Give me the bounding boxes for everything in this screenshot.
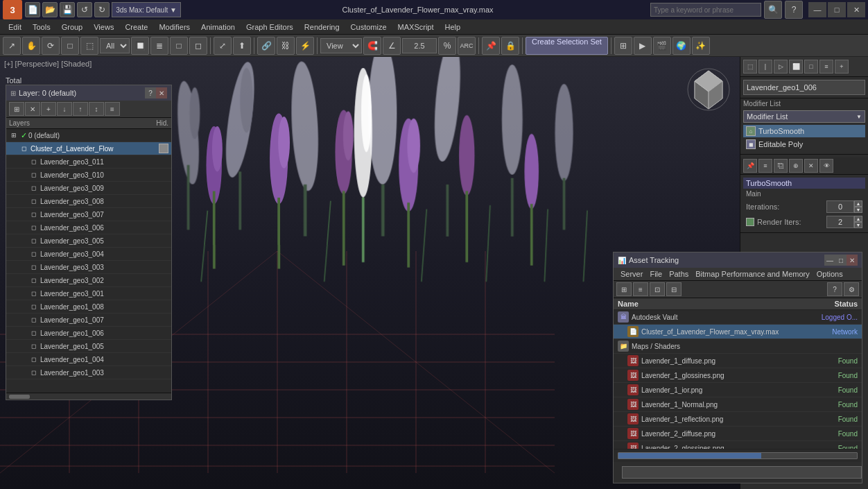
- iterations-spinner[interactable]: ▲ ▼: [854, 200, 862, 213]
- new-btn[interactable]: 📄: [25, 2, 40, 17]
- help-btn[interactable]: ?: [785, 1, 803, 19]
- layer-settings-btn[interactable]: ≡: [105, 102, 120, 116]
- list-item[interactable]: ◻ Lavender_geo1_007: [6, 314, 171, 327]
- select-name-btn[interactable]: ≣: [150, 37, 168, 55]
- modifier-dropdown[interactable]: Modifier List: [743, 110, 865, 123]
- menu-modifiers[interactable]: Modifiers: [153, 22, 196, 33]
- menu-rendering[interactable]: Rendering: [299, 22, 345, 33]
- percent-btn[interactable]: %: [438, 37, 456, 55]
- link-btn[interactable]: 🔗: [257, 37, 275, 55]
- list-item[interactable]: ◻ Lavender_geo1_005: [6, 340, 171, 353]
- list-item[interactable]: ◻ Lavender_geo3_011: [6, 155, 171, 169]
- mod-copy-btn[interactable]: ⿻: [774, 159, 788, 173]
- asset-path-input[interactable]: [622, 466, 862, 479]
- list-item[interactable]: ◻ Lavender_geo3_004: [6, 248, 171, 261]
- layer-list[interactable]: ⊞ ✓ 0 (default) ◻ Cluster_of_Lavender_Fl…: [6, 129, 171, 393]
- open-btn[interactable]: 📂: [42, 2, 58, 17]
- asset-maximize-btn[interactable]: □: [835, 255, 847, 266]
- asset-list[interactable]: 🏛 Autodesk Vault Logged O... 📄 Cluster_o…: [614, 310, 862, 449]
- save-btn[interactable]: 💾: [60, 2, 75, 17]
- snap-btn[interactable]: 🧲: [363, 37, 381, 55]
- menu-graph-editors[interactable]: Graph Editors: [241, 22, 299, 33]
- layer-scrollbar[interactable]: [6, 393, 171, 400]
- asset-tool-4[interactable]: ⊟: [666, 282, 682, 296]
- unlink-btn[interactable]: ⛓: [277, 37, 295, 55]
- pin-btn[interactable]: 📌: [482, 37, 500, 55]
- menu-group[interactable]: Group: [56, 22, 89, 33]
- render-iters-input[interactable]: [826, 216, 854, 228]
- list-item[interactable]: ◻ Lavender_geo3_002: [6, 274, 171, 287]
- modifier-icon-4[interactable]: ⬜: [789, 60, 803, 74]
- list-item[interactable]: ◻ Lavender_geo3_006: [6, 221, 171, 234]
- render-iters-checkbox[interactable]: [746, 218, 754, 226]
- list-item[interactable]: ◻ Lavender_geo3_007: [6, 208, 171, 221]
- lock-btn[interactable]: 🔒: [501, 37, 519, 55]
- render-frame-btn[interactable]: 🎬: [653, 37, 671, 55]
- modifier-icon-2[interactable]: |: [758, 60, 772, 74]
- list-item[interactable]: ◻ Lavender_geo3_005: [6, 234, 171, 248]
- select-btn[interactable]: ↗: [3, 37, 21, 55]
- list-item[interactable]: 🖼 Lavender_1_reflection.png Found: [614, 412, 862, 427]
- modifier-icon-5[interactable]: □: [804, 60, 818, 74]
- layer-help-btn[interactable]: ?: [145, 87, 156, 98]
- turbosmooth-header[interactable]: TurboSmooth: [743, 178, 865, 189]
- menu-maxscript[interactable]: MAXScript: [392, 22, 440, 33]
- list-item[interactable]: ◻ Lavender_geo1_006: [6, 327, 171, 340]
- layer-up-btn[interactable]: ↑: [73, 102, 88, 116]
- bind-btn[interactable]: ⚡: [296, 37, 314, 55]
- layer-scroll-thumb[interactable]: [9, 395, 30, 399]
- list-item[interactable]: ◻ Lavender_geo3_001: [6, 287, 171, 300]
- align-btn[interactable]: ⬆: [233, 37, 251, 55]
- list-item[interactable]: ◻ Lavender_geo3_008: [6, 195, 171, 208]
- list-item[interactable]: 🏛 Autodesk Vault Logged O...: [614, 310, 862, 325]
- render-setup-btn[interactable]: ⊞: [614, 37, 632, 55]
- list-item[interactable]: ◻ Lavender_geo3_010: [6, 169, 171, 182]
- zoom-input[interactable]: [402, 38, 437, 53]
- list-item[interactable]: ◻ Lavender_geo1_003: [6, 366, 171, 379]
- angle-snap-btn[interactable]: ∠: [383, 37, 401, 55]
- list-item[interactable]: 🖼 Lavender_1_Normal.png Found: [614, 397, 862, 412]
- nav-cube[interactable]: [684, 64, 733, 112]
- workspace-selector[interactable]: 3ds Max: Default ▼: [112, 2, 181, 17]
- asset-help-btn[interactable]: ?: [827, 282, 842, 296]
- list-item[interactable]: 📁 Maps / Shaders: [614, 339, 862, 354]
- mod-config-btn[interactable]: ≡: [758, 159, 772, 173]
- asset-menu-paths[interactable]: Paths: [666, 269, 691, 279]
- rotate-btn[interactable]: ⟳: [42, 37, 60, 55]
- modifier-icon-3[interactable]: ▷: [774, 60, 788, 74]
- search-btn[interactable]: 🔍: [764, 1, 782, 19]
- undo-btn[interactable]: ↺: [77, 2, 92, 17]
- layer-close-btn[interactable]: ✕: [156, 87, 167, 98]
- asset-tool-1[interactable]: ⊞: [616, 282, 632, 296]
- asset-settings-btn[interactable]: ⚙: [844, 282, 859, 296]
- search-input[interactable]: [650, 3, 761, 17]
- asset-tool-3[interactable]: ⊡: [650, 282, 665, 296]
- asset-menu-bitmap-perf[interactable]: Bitmap Performance and Memory: [693, 269, 812, 279]
- modifier-entry-editablepoly[interactable]: ◼ Editable Poly: [743, 138, 865, 151]
- mirror-btn[interactable]: ⤢: [214, 37, 232, 55]
- close-btn[interactable]: ✕: [847, 2, 865, 17]
- select-obj-btn[interactable]: 🔲: [131, 37, 149, 55]
- list-item[interactable]: 📄 Cluster_of_Lavender_Flower_max_vray.ma…: [614, 325, 862, 339]
- asset-tool-2[interactable]: ≡: [633, 282, 648, 296]
- maximize-btn[interactable]: □: [828, 2, 846, 17]
- selection-set-btn[interactable]: Create Selection Set: [526, 37, 608, 55]
- menu-tools[interactable]: Tools: [27, 22, 56, 33]
- render-effects-btn[interactable]: ✨: [692, 37, 710, 55]
- list-item[interactable]: ◻ Cluster_of_Lavender_Flow: [6, 142, 171, 155]
- view-select[interactable]: View: [320, 38, 362, 53]
- list-item[interactable]: 🖼 Lavender_1_ior.png Found: [614, 383, 862, 397]
- asset-menu-file[interactable]: File: [647, 269, 665, 279]
- list-item[interactable]: ◻ Lavender_geo3_003: [6, 261, 171, 274]
- iter-down-btn[interactable]: ▼: [854, 207, 862, 213]
- rect-select-btn[interactable]: □: [170, 37, 188, 55]
- pin-modifier-btn[interactable]: 📌: [743, 159, 757, 173]
- modifier-entry-turbosmooth[interactable]: ⌂ TurboSmooth: [743, 125, 865, 137]
- asset-close-btn[interactable]: ✕: [847, 255, 858, 266]
- minimize-btn[interactable]: —: [808, 2, 826, 17]
- modifier-icon-6[interactable]: ≡: [819, 60, 833, 74]
- layer-merge-btn[interactable]: ↕: [89, 102, 104, 116]
- asset-panel-title-bar[interactable]: 📊 Asset Tracking — □ ✕: [614, 252, 862, 268]
- mod-paste-btn[interactable]: ⊕: [789, 159, 803, 173]
- scale-btn[interactable]: □: [61, 37, 79, 55]
